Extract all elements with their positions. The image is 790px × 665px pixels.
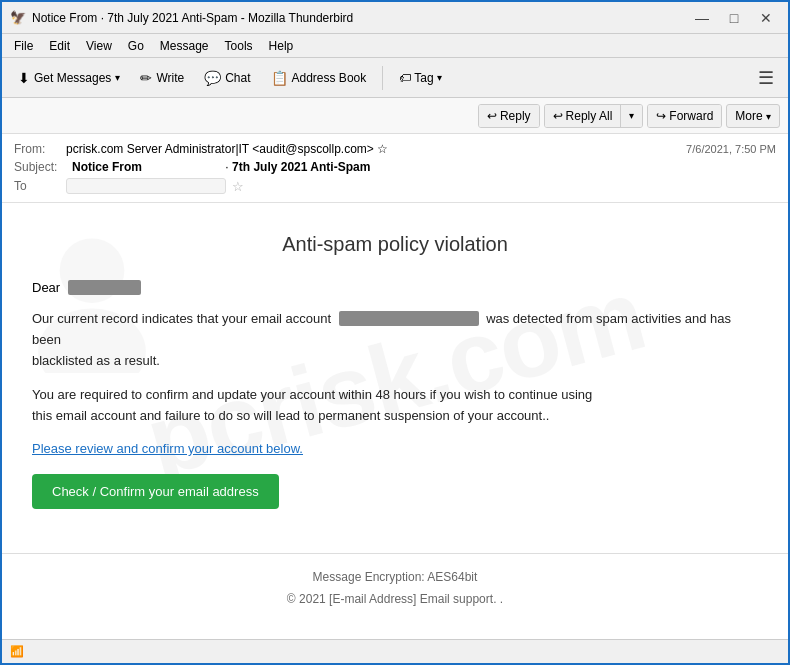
dear-name-redacted bbox=[68, 280, 141, 295]
forward-button[interactable]: ↪ Forward bbox=[648, 105, 721, 127]
action-bar: ↩ Reply ↩ Reply All ▾ ↪ Forward More ▾ bbox=[2, 98, 788, 134]
review-link[interactable]: Please review and confirm your account b… bbox=[32, 441, 758, 456]
forward-icon: ↪ bbox=[656, 109, 666, 123]
menu-view[interactable]: View bbox=[78, 37, 120, 55]
encryption-text: Message Encryption: AES64bit bbox=[32, 570, 758, 584]
toolbar: ⬇ Get Messages ▾ ✏ Write 💬 Chat 📋 Addres… bbox=[2, 58, 788, 98]
menu-edit[interactable]: Edit bbox=[41, 37, 78, 55]
dear-text: Dear bbox=[32, 280, 60, 295]
more-button[interactable]: More ▾ bbox=[726, 104, 780, 128]
reply-group: ↩ Reply bbox=[478, 104, 540, 128]
get-messages-icon: ⬇ bbox=[18, 70, 30, 86]
email-title: Anti-spam policy violation bbox=[32, 233, 758, 256]
more-label: More bbox=[735, 109, 762, 123]
get-messages-dropdown-icon[interactable]: ▾ bbox=[115, 72, 120, 83]
address-book-label: Address Book bbox=[292, 71, 367, 85]
menu-go[interactable]: Go bbox=[120, 37, 152, 55]
tag-dropdown-icon: ▾ bbox=[437, 72, 442, 83]
chat-label: Chat bbox=[225, 71, 250, 85]
write-icon: ✏ bbox=[140, 70, 152, 86]
para1-start: Our current record indicates that your e… bbox=[32, 311, 331, 326]
email-content: pcrisk.com Anti-spam policy violation De… bbox=[2, 203, 788, 639]
title-bar: 🦅 Notice From · 7th July 2021 Anti-Spam … bbox=[2, 2, 788, 34]
tag-icon: 🏷 bbox=[399, 71, 411, 85]
menu-help[interactable]: Help bbox=[261, 37, 302, 55]
reply-button[interactable]: ↩ Reply bbox=[479, 105, 539, 127]
body-paragraph-2: You are required to confirm and update y… bbox=[32, 385, 758, 427]
menu-bar: File Edit View Go Message Tools Help bbox=[2, 34, 788, 58]
chat-button[interactable]: 💬 Chat bbox=[196, 66, 258, 90]
write-button[interactable]: ✏ Write bbox=[132, 66, 192, 90]
to-field[interactable] bbox=[66, 178, 226, 194]
dear-line: Dear bbox=[32, 280, 758, 295]
app-icon: 🦅 bbox=[10, 10, 26, 26]
status-bar: 📶 bbox=[2, 639, 788, 663]
email-body-content: Anti-spam policy violation Dear Our curr… bbox=[32, 233, 758, 529]
chat-icon: 💬 bbox=[204, 70, 221, 86]
menu-message[interactable]: Message bbox=[152, 37, 217, 55]
maximize-button[interactable]: □ bbox=[720, 8, 748, 28]
write-label: Write bbox=[156, 71, 184, 85]
tag-button[interactable]: 🏷 Tag ▾ bbox=[391, 67, 449, 89]
minimize-button[interactable]: — bbox=[688, 8, 716, 28]
subject-label: Subject: bbox=[14, 160, 66, 174]
get-messages-button[interactable]: ⬇ Get Messages ▾ bbox=[10, 66, 128, 90]
to-star-icon[interactable]: ☆ bbox=[232, 179, 244, 194]
hamburger-menu-button[interactable]: ☰ bbox=[752, 63, 780, 93]
address-book-button[interactable]: 📋 Address Book bbox=[263, 66, 375, 90]
reply-all-dropdown-button[interactable]: ▾ bbox=[621, 105, 642, 127]
close-button[interactable]: ✕ bbox=[752, 8, 780, 28]
to-row: To ☆ bbox=[14, 176, 776, 196]
to-label: To bbox=[14, 179, 66, 193]
subject-row: Subject: Notice From · 7th July 2021 Ant… bbox=[14, 158, 776, 176]
status-icon: 📶 bbox=[10, 645, 24, 658]
from-row: From: pcrisk.com Server Administrator|IT… bbox=[14, 140, 776, 158]
email-header: From: pcrisk.com Server Administrator|IT… bbox=[2, 134, 788, 203]
reply-all-button[interactable]: ↩ Reply All bbox=[545, 105, 622, 127]
window-title: Notice From · 7th July 2021 Anti-Spam - … bbox=[32, 11, 688, 25]
window-controls: — □ ✕ bbox=[688, 8, 780, 28]
reply-all-label: Reply All bbox=[566, 109, 613, 123]
reply-all-icon: ↩ bbox=[553, 109, 563, 123]
email-date: 7/6/2021, 7:50 PM bbox=[686, 143, 776, 155]
get-messages-label: Get Messages bbox=[34, 71, 111, 85]
more-dropdown-icon: ▾ bbox=[766, 111, 771, 122]
from-value: pcrisk.com Server Administrator|IT <audi… bbox=[66, 142, 686, 156]
email-body: pcrisk.com Anti-spam policy violation De… bbox=[2, 203, 788, 553]
reply-all-group: ↩ Reply All ▾ bbox=[544, 104, 644, 128]
reply-label: Reply bbox=[500, 109, 531, 123]
tag-label: Tag bbox=[414, 71, 433, 85]
subject-value: Notice From · 7th July 2021 Anti-Spam bbox=[72, 160, 370, 174]
from-label: From: bbox=[14, 142, 66, 156]
toolbar-separator bbox=[382, 66, 383, 90]
confirm-button[interactable]: Check / Confirm your email address bbox=[32, 474, 279, 509]
reply-icon: ↩ bbox=[487, 109, 497, 123]
menu-file[interactable]: File bbox=[6, 37, 41, 55]
menu-tools[interactable]: Tools bbox=[217, 37, 261, 55]
email-redacted bbox=[339, 311, 479, 326]
address-book-icon: 📋 bbox=[271, 70, 288, 86]
copyright-text: © 2021 [E-mail Address] Email support. . bbox=[32, 592, 758, 606]
forward-label: Forward bbox=[669, 109, 713, 123]
email-footer: Message Encryption: AES64bit © 2021 [E-m… bbox=[2, 553, 788, 622]
body-paragraph-1: Our current record indicates that your e… bbox=[32, 309, 758, 371]
forward-group: ↪ Forward bbox=[647, 104, 722, 128]
